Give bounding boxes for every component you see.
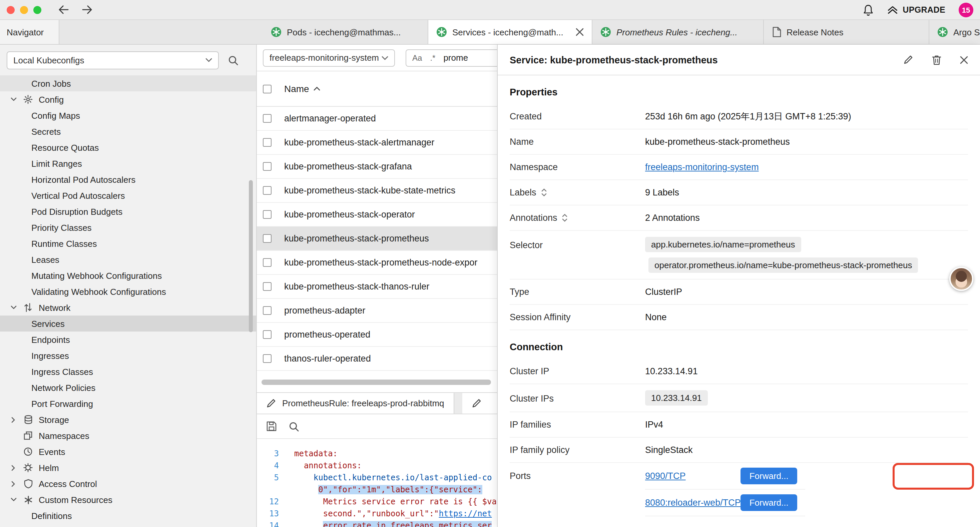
tab-argo-se[interactable]: Argo Se	[929, 20, 980, 44]
tab-pods-icecheng-mathmas[interactable]: Pods - icecheng@mathmas...	[263, 20, 428, 44]
row-checkbox[interactable]	[263, 282, 272, 291]
close-window-button[interactable]	[7, 6, 15, 14]
row-checkbox[interactable]	[263, 114, 272, 123]
row-checkbox[interactable]	[263, 354, 272, 363]
maximize-window-button[interactable]	[33, 6, 41, 14]
row-checkbox[interactable]	[263, 210, 272, 219]
close-drawer-icon[interactable]	[960, 56, 968, 64]
sidebar-item-definitions[interactable]: Definitions	[0, 508, 256, 524]
sort-ascending-icon[interactable]	[314, 87, 321, 91]
row-checkbox[interactable]	[263, 162, 272, 171]
sidebar-item-config[interactable]: Config	[0, 91, 256, 107]
row-checkbox[interactable]	[263, 186, 272, 195]
helm-icon	[23, 462, 33, 473]
sidebar-item-mutating-webhook-configurations[interactable]: Mutating Webhook Configurations	[0, 267, 256, 283]
row-checkbox[interactable]	[263, 138, 272, 147]
assistant-avatar[interactable]	[949, 267, 973, 291]
tab-prometheus-rules-icecheng[interactable]: Prometheus Rules - icecheng...	[592, 20, 764, 44]
kubeconfig-selector[interactable]: Local Kubeconfigs	[7, 51, 219, 69]
row-checkbox[interactable]	[263, 330, 272, 339]
tab-services-icecheng-math[interactable]: Services - icecheng@math...	[428, 20, 592, 44]
sidebar-item-access-control[interactable]: Access Control	[0, 476, 256, 492]
sidebar-item-secrets[interactable]: Secrets	[0, 123, 256, 139]
close-tab-icon[interactable]	[576, 28, 584, 36]
notification-count-badge[interactable]: 15	[959, 2, 973, 17]
forward-button[interactable]: Forward...	[741, 494, 797, 511]
expander-icon[interactable]	[8, 302, 19, 313]
expander-icon[interactable]	[8, 430, 19, 441]
tab-release-notes[interactable]: Release Notes	[764, 20, 929, 44]
editor-tab-background[interactable]	[462, 393, 502, 414]
sidebar-item-storage[interactable]: Storage	[0, 412, 256, 428]
upgrade-button[interactable]: UPGRADE	[887, 5, 945, 15]
forward-icon[interactable]	[82, 5, 92, 14]
sidebar-item-helm[interactable]: Helm	[0, 460, 256, 476]
sidebar-item-leases[interactable]: Leases	[0, 252, 256, 267]
horizontal-scrollbar[interactable]	[261, 380, 491, 385]
sidebar-item-cron-jobs[interactable]: Cron Jobs	[0, 75, 256, 91]
sidebar-search-icon[interactable]	[228, 55, 238, 65]
editor-tab-active[interactable]: PrometheusRule: freeleaps-prod-rabbitmq	[257, 393, 454, 414]
window-controls	[7, 6, 41, 14]
sidebar-item-network[interactable]: Network	[0, 299, 256, 315]
sidebar-item-validating-webhook-configurations[interactable]: Validating Webhook Configurations	[0, 283, 256, 299]
sidebar-item-limit-ranges[interactable]: Limit Ranges	[0, 155, 256, 172]
expander-icon[interactable]	[8, 446, 19, 457]
detail-actions	[903, 54, 968, 65]
name-column-header[interactable]: Name	[284, 83, 309, 94]
edit-service-icon[interactable]	[903, 55, 913, 65]
sidebar-item-services[interactable]: Services	[0, 315, 256, 331]
sidebar-item-config-maps[interactable]: Config Maps	[0, 107, 256, 123]
expander-icon[interactable]	[8, 94, 19, 105]
regex-toggle[interactable]: .*	[430, 53, 435, 62]
match-case-toggle[interactable]: Aa	[412, 53, 422, 62]
tab-bar: Navigator Pods - icecheng@mathmas... Ser…	[0, 20, 980, 45]
sidebar-item-events[interactable]: Events	[0, 444, 256, 460]
sidebar-item-endpoints[interactable]: Endpoints	[0, 331, 256, 347]
notifications-bell-icon[interactable]	[862, 4, 874, 16]
sidebar-item-ingress-classes[interactable]: Ingress Classes	[0, 363, 256, 380]
back-icon[interactable]	[59, 5, 69, 14]
port-link[interactable]: 9090/TCP	[645, 471, 686, 481]
sidebar-scrollbar[interactable]	[249, 180, 253, 332]
forward-button-primary[interactable]: Forward...	[741, 468, 797, 484]
namespace-filter-select[interactable]: freeleaps-monitoring-system	[263, 49, 395, 66]
save-icon[interactable]	[266, 421, 277, 431]
navigator-header-tab[interactable]: Navigator	[0, 20, 59, 44]
navigator-label: Navigator	[7, 27, 44, 37]
sidebar-item-priority-classes[interactable]: Priority Classes	[0, 220, 256, 236]
section-heading-properties: Properties	[510, 87, 968, 97]
sort-toggle-icon[interactable]	[562, 213, 568, 222]
sidebar-item-ingresses[interactable]: Ingresses	[0, 347, 256, 363]
row-checkbox[interactable]	[263, 258, 272, 267]
editor-search-icon[interactable]	[289, 421, 299, 431]
detail-row-label: Annotations	[510, 213, 557, 223]
expander-icon[interactable]	[8, 494, 19, 505]
sidebar-item-horizontal-pod-autoscalers[interactable]: Horizontal Pod Autoscalers	[0, 172, 256, 188]
sidebar-item-port-forwarding[interactable]: Port Forwarding	[0, 396, 256, 412]
detail-row-value: ClusterIP	[645, 287, 682, 297]
service-name: kube-prometheus-stack-operator	[284, 209, 415, 220]
sidebar-item-label: Storage	[39, 415, 69, 425]
sidebar-item-vertical-pod-autoscalers[interactable]: Vertical Pod Autoscalers	[0, 188, 256, 204]
expander-icon[interactable]	[8, 462, 19, 473]
sidebar-item-pod-disruption-budgets[interactable]: Pod Disruption Budgets	[0, 204, 256, 220]
expander-icon[interactable]	[8, 414, 19, 425]
row-checkbox[interactable]	[263, 306, 272, 315]
sidebar-item-runtime-classes[interactable]: Runtime Classes	[0, 236, 256, 252]
sidebar-item-namespaces[interactable]: Namespaces	[0, 428, 256, 444]
sidebar-item-label: Services	[31, 318, 65, 328]
sidebar-item-network-policies[interactable]: Network Policies	[0, 380, 256, 396]
namespace-link[interactable]: freeleaps-monitoring-system	[645, 162, 759, 172]
sort-toggle-icon[interactable]	[541, 188, 547, 197]
search-input[interactable]: prome	[443, 53, 468, 63]
port-link[interactable]: 8080:reloader-web/TCP	[645, 498, 741, 508]
row-checkbox[interactable]	[263, 234, 272, 243]
delete-service-icon[interactable]	[932, 54, 941, 65]
minimize-window-button[interactable]	[20, 6, 28, 14]
clock-icon	[23, 446, 33, 457]
expander-icon[interactable]	[8, 478, 19, 489]
sidebar-item-custom-resources[interactable]: Custom Resources	[0, 492, 256, 508]
select-all-checkbox[interactable]	[263, 84, 272, 93]
sidebar-item-resource-quotas[interactable]: Resource Quotas	[0, 139, 256, 155]
